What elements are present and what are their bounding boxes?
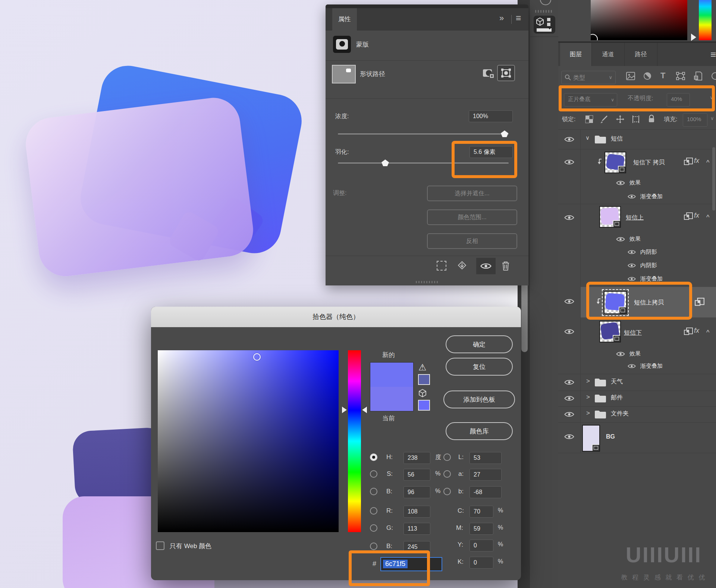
color-field-marker[interactable] [253, 353, 261, 361]
dialog-title-bar[interactable]: 拾色器（纯色） [151, 307, 521, 327]
layer-name[interactable]: BG [606, 433, 615, 440]
visibility-eye-icon[interactable] [628, 263, 636, 268]
effect-item-row[interactable]: 内阴影 [558, 246, 716, 259]
effect-name[interactable]: 渐变叠加 [640, 193, 663, 200]
effect-item-row[interactable]: 渐变叠加 [558, 273, 716, 287]
tab-channels[interactable]: 通道 [592, 43, 625, 66]
filter-more-icon[interactable] [711, 72, 716, 82]
web-safe-swatch[interactable] [418, 400, 430, 411]
add-mask-icon[interactable] [482, 67, 496, 81]
delete-mask-icon[interactable] [501, 260, 511, 273]
layer-row-sms-up[interactable]: 短信上 fx ^ [558, 204, 716, 233]
effect-item-row[interactable]: 渐变叠加 [558, 360, 716, 374]
lock-artboard-icon[interactable] [631, 115, 640, 125]
collapsed-tool-icon[interactable] [540, 0, 551, 5]
visibility-eye-icon[interactable] [628, 364, 636, 369]
layer-thumbnail[interactable] [599, 321, 621, 342]
effects-row[interactable]: 效果 [558, 348, 716, 360]
layer-name[interactable]: 短信下 [624, 329, 642, 337]
field-input-s[interactable]: 56 [403, 469, 430, 481]
field-input-m[interactable]: 59 [470, 523, 493, 535]
select-and-mask-button[interactable]: 选择并遮住... [427, 186, 517, 201]
group-collapsed-caret-icon[interactable]: > [586, 377, 590, 385]
visibility-eye-icon[interactable] [564, 298, 574, 304]
effect-name[interactable]: 内阴影 [640, 249, 657, 256]
filter-type-select[interactable]: 类型 ∨ [561, 71, 616, 84]
visibility-eye-icon[interactable] [628, 250, 636, 255]
effect-item-row[interactable]: 内阴影 [558, 259, 716, 273]
field-input-c[interactable]: 70 [470, 506, 493, 518]
shape-path-thumbnail[interactable] [332, 65, 356, 83]
layer-name[interactable]: 天气 [611, 378, 623, 386]
lock-move-icon[interactable] [616, 115, 625, 125]
mask-visibility-button[interactable] [476, 258, 496, 274]
web-colors-checkbox[interactable] [156, 541, 164, 550]
effect-name[interactable]: 内阴影 [640, 262, 657, 269]
collapse-effects-icon[interactable]: ^ [706, 214, 709, 221]
effect-item-row[interactable]: 渐变叠加 [558, 191, 716, 204]
layer-row-sms-down-copy[interactable]: 短信下 拷贝 fx ^ [558, 149, 716, 176]
web-safe-cube-icon[interactable] [418, 389, 427, 399]
layer-group-row-sms[interactable]: ∨ 短信 [558, 129, 716, 149]
add-to-swatches-button[interactable]: 添加到色板 [443, 391, 515, 408]
layer-group-row-weather[interactable]: > 天气 [558, 374, 716, 391]
reset-button[interactable]: 复位 [446, 358, 513, 376]
fx-icon[interactable]: fx [694, 157, 699, 165]
group-expanded-caret-icon[interactable]: ∨ [585, 135, 590, 141]
visibility-eye-icon[interactable] [564, 395, 574, 401]
field-input-g[interactable]: 113 [403, 523, 430, 535]
effects-label[interactable]: 效果 [629, 179, 641, 186]
gamut-warning-icon[interactable]: ⚠ [418, 362, 427, 373]
3d-panel-button[interactable] [534, 16, 555, 34]
lock-all-icon[interactable] [648, 114, 655, 125]
radio-r[interactable] [370, 507, 377, 515]
tab-properties[interactable]: 属性 [332, 8, 357, 31]
radio-h[interactable] [370, 453, 377, 461]
visibility-eye-icon[interactable] [564, 411, 574, 417]
filter-pixel-icon[interactable] [626, 72, 635, 82]
filter-smart-object-icon[interactable] [694, 72, 702, 82]
blend-mode-select[interactable]: 正片叠底 ∨ [564, 93, 617, 107]
visibility-eye-icon[interactable] [564, 159, 574, 165]
visibility-eye-icon[interactable] [616, 351, 625, 357]
color-libraries-button[interactable]: 颜色库 [446, 422, 513, 440]
fill-value-box[interactable]: 100% [683, 113, 707, 127]
chevron-down-icon[interactable]: ∨ [710, 116, 714, 121]
radio-b-lab[interactable] [443, 488, 451, 495]
visibility-eye-icon[interactable] [564, 379, 574, 385]
color-field-remnant[interactable] [591, 0, 687, 40]
feather-slider-thumb[interactable] [381, 159, 389, 166]
hue-slider[interactable] [348, 350, 361, 532]
layer-name[interactable]: 邮件 [611, 394, 623, 402]
lock-transparent-icon[interactable] [585, 115, 593, 125]
visibility-eye-icon[interactable] [616, 180, 625, 186]
color-range-button[interactable]: 颜色范围... [427, 209, 517, 225]
radio-l[interactable] [443, 453, 451, 461]
panel-top-strip[interactable] [326, 4, 528, 8]
layer-name[interactable]: 短信上 [626, 214, 644, 222]
density-value-box[interactable]: 100% [469, 110, 513, 122]
panel-resize-grip[interactable] [416, 281, 438, 283]
group-collapsed-caret-icon[interactable]: > [586, 393, 590, 401]
effects-row[interactable]: 效果 [558, 233, 716, 246]
fx-icon[interactable]: fx [694, 327, 699, 335]
chevron-down-icon[interactable]: ∨ [710, 95, 713, 100]
field-input-k[interactable]: 0 [470, 557, 493, 569]
layer-thumbnail[interactable] [582, 425, 600, 452]
hue-slider-remnant[interactable] [699, 0, 712, 40]
radio-b2[interactable] [370, 543, 377, 550]
density-slider-track[interactable] [338, 133, 509, 135]
visibility-eye-icon[interactable] [564, 329, 574, 335]
effects-label[interactable]: 效果 [629, 350, 641, 357]
field-input-b[interactable]: 96 [403, 486, 430, 498]
hue-marker-left[interactable] [342, 407, 347, 413]
layer-thumbnail-selected[interactable] [604, 291, 627, 314]
visibility-eye-icon[interactable] [616, 237, 625, 242]
tab-layers[interactable]: 图层 [560, 43, 592, 66]
opacity-value-box[interactable]: 40% [667, 93, 690, 107]
document-scrollbar-thumb[interactable] [521, 274, 528, 352]
hue-slider-marker[interactable] [691, 34, 696, 41]
layer-group-row-folder[interactable]: > 文件夹 [558, 406, 716, 422]
apply-mask-icon[interactable] [456, 259, 468, 273]
density-slider-thumb[interactable] [501, 130, 508, 137]
